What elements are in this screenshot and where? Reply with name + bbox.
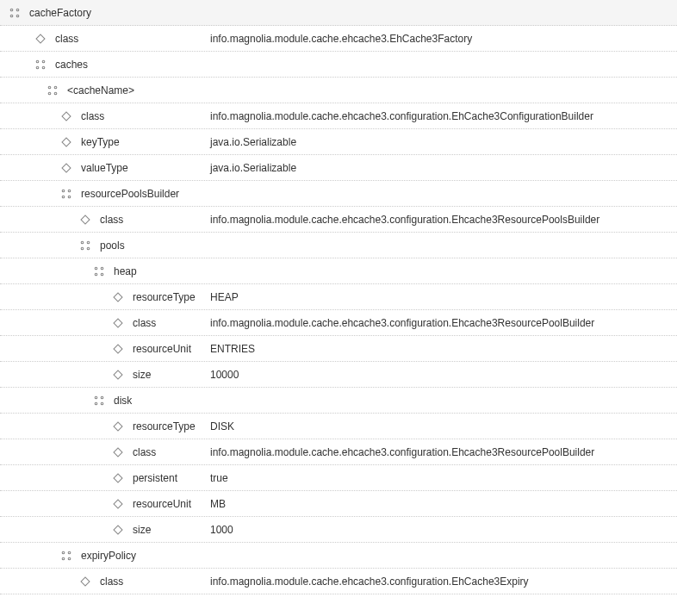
leaf-value: info.magnolia.module.cache.ehcache3.conf… bbox=[207, 214, 677, 226]
tree-leaf-resourceType[interactable]: resourceType DISK bbox=[0, 414, 677, 439]
tree-leaf-resourceUnit[interactable]: resourceUnit ENTRIES bbox=[0, 336, 677, 362]
leaf-label: class bbox=[100, 214, 123, 226]
svg-rect-39 bbox=[114, 474, 122, 482]
svg-point-18 bbox=[62, 196, 65, 198]
svg-point-2 bbox=[10, 15, 13, 17]
svg-rect-41 bbox=[114, 526, 122, 534]
tree-node-heap[interactable]: heap bbox=[0, 258, 677, 284]
svg-point-27 bbox=[95, 273, 97, 276]
leaf-value: java.io.Serializable bbox=[207, 162, 677, 174]
tree-leaf-keyType[interactable]: keyType java.io.Serializable bbox=[0, 129, 677, 155]
svg-rect-40 bbox=[114, 500, 122, 508]
leaf-value: info.magnolia.module.cache.ehcache3.conf… bbox=[207, 576, 677, 588]
tree-leaf-resourceType[interactable]: resourceType HEAP bbox=[0, 284, 677, 310]
property-icon bbox=[110, 419, 126, 434]
leaf-value: java.io.Serializable bbox=[207, 136, 677, 148]
tree-leaf-class[interactable]: class info.magnolia.module.cache.ehcache… bbox=[0, 207, 677, 233]
tree-node-cacheName[interactable]: <cacheName> bbox=[0, 78, 677, 103]
leaf-label: resourceUnit bbox=[133, 498, 191, 510]
folder-icon bbox=[59, 548, 74, 563]
svg-point-28 bbox=[101, 273, 103, 276]
tree-leaf-class[interactable]: class info.magnolia.module.cache.ehcache… bbox=[0, 103, 677, 129]
svg-rect-38 bbox=[114, 448, 122, 457]
tree-leaf-resourceUnit[interactable]: resourceUnit MB bbox=[0, 491, 677, 517]
svg-point-22 bbox=[87, 241, 90, 244]
node-label: expiryPolicy bbox=[81, 550, 136, 562]
node-label: cacheFactory bbox=[29, 7, 91, 19]
svg-point-43 bbox=[68, 551, 71, 554]
svg-point-34 bbox=[101, 396, 103, 399]
property-icon bbox=[59, 160, 74, 176]
svg-point-44 bbox=[62, 557, 65, 560]
svg-point-19 bbox=[68, 196, 71, 198]
tree-leaf-size[interactable]: size 10000 bbox=[0, 362, 677, 388]
leaf-label: size bbox=[133, 369, 151, 381]
leaf-label: resourceType bbox=[133, 291, 196, 303]
svg-point-21 bbox=[81, 241, 84, 244]
svg-point-17 bbox=[68, 190, 71, 192]
svg-point-6 bbox=[42, 60, 45, 63]
folder-icon bbox=[91, 393, 107, 408]
tree-leaf-class[interactable]: class info.magnolia.module.cache.ehcache… bbox=[0, 310, 677, 336]
leaf-value: DISK bbox=[207, 420, 677, 432]
leaf-label: class bbox=[133, 317, 156, 329]
leaf-label: resourceUnit bbox=[133, 343, 191, 355]
config-tree: cacheFactory class info.magnolia.module.… bbox=[0, 0, 677, 594]
leaf-label: persistent bbox=[133, 472, 177, 484]
node-label: caches bbox=[55, 59, 88, 71]
node-label: <cacheName> bbox=[67, 84, 134, 96]
svg-point-9 bbox=[48, 86, 51, 89]
tree-node-disk[interactable]: disk bbox=[0, 388, 677, 414]
tree-leaf-size[interactable]: size 1000 bbox=[0, 517, 677, 543]
svg-point-0 bbox=[10, 9, 13, 11]
svg-point-26 bbox=[101, 267, 103, 270]
folder-icon bbox=[91, 264, 107, 279]
tree-node-caches[interactable]: caches bbox=[0, 52, 677, 78]
property-icon bbox=[78, 574, 93, 589]
svg-rect-30 bbox=[114, 319, 122, 327]
node-label: heap bbox=[114, 265, 137, 277]
leaf-label: class bbox=[100, 576, 123, 588]
svg-rect-13 bbox=[62, 112, 71, 121]
property-icon bbox=[59, 134, 74, 150]
leaf-value: info.magnolia.module.cache.ehcache3.EhCa… bbox=[207, 33, 677, 45]
svg-point-1 bbox=[16, 9, 19, 11]
tree-node-resourcePoolsBuilder[interactable]: resourcePoolsBuilder bbox=[0, 181, 677, 207]
leaf-value: true bbox=[207, 472, 677, 484]
svg-rect-4 bbox=[36, 34, 45, 43]
property-icon bbox=[110, 367, 126, 383]
svg-point-10 bbox=[54, 86, 57, 89]
property-icon bbox=[59, 109, 74, 124]
folder-icon bbox=[33, 57, 48, 72]
svg-point-7 bbox=[36, 66, 39, 69]
tree-leaf-persistent[interactable]: persistent true bbox=[0, 465, 677, 491]
tree-leaf-class[interactable]: class info.magnolia.module.cache.ehcache… bbox=[0, 439, 677, 465]
svg-point-11 bbox=[48, 92, 51, 95]
leaf-value: 1000 bbox=[207, 524, 677, 536]
leaf-value: MB bbox=[207, 498, 677, 510]
tree-leaf-class[interactable]: class info.magnolia.module.cache.ehcache… bbox=[0, 569, 677, 594]
leaf-value: HEAP bbox=[207, 291, 677, 303]
property-icon bbox=[78, 212, 93, 227]
node-label: pools bbox=[100, 240, 125, 252]
tree-leaf-valueType[interactable]: valueType java.io.Serializable bbox=[0, 155, 677, 181]
tree-node-expiryPolicy[interactable]: expiryPolicy bbox=[0, 543, 677, 569]
leaf-value: info.magnolia.module.cache.ehcache3.conf… bbox=[207, 446, 677, 458]
tree-node-pools[interactable]: pools bbox=[0, 233, 677, 258]
node-label: resourcePoolsBuilder bbox=[81, 188, 179, 200]
svg-point-8 bbox=[42, 66, 45, 69]
svg-rect-32 bbox=[114, 370, 122, 379]
svg-point-36 bbox=[101, 402, 103, 405]
leaf-label: class bbox=[133, 446, 156, 458]
leaf-value: info.magnolia.module.cache.ehcache3.conf… bbox=[207, 317, 677, 329]
svg-point-25 bbox=[95, 267, 97, 270]
property-icon bbox=[110, 496, 126, 512]
leaf-label: keyType bbox=[81, 136, 120, 148]
property-icon bbox=[110, 315, 126, 331]
svg-point-3 bbox=[16, 15, 19, 17]
tree-leaf-class[interactable]: class info.magnolia.module.cache.ehcache… bbox=[0, 26, 677, 52]
property-icon bbox=[110, 470, 126, 486]
property-icon bbox=[110, 445, 126, 460]
tree-node-cacheFactory[interactable]: cacheFactory bbox=[0, 0, 677, 26]
svg-rect-29 bbox=[114, 293, 122, 302]
